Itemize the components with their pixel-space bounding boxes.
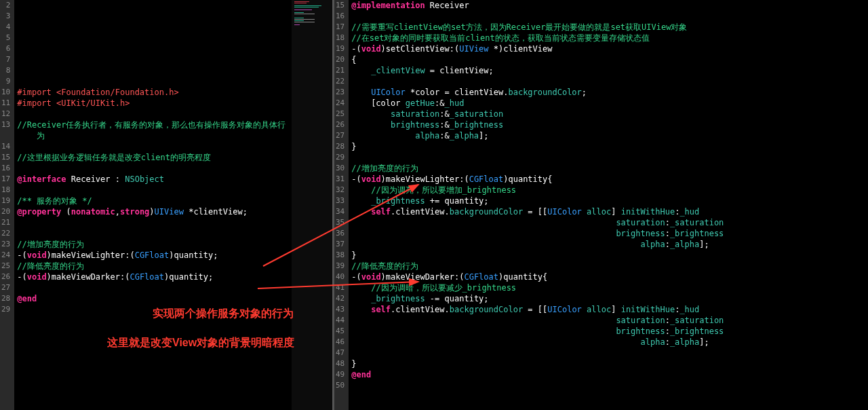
code-line[interactable]: //需要重写clientView的set方法，因为Receiver最开始要做的就… [349, 22, 868, 33]
code-line[interactable]: //因为调亮，所以要增加_brightness [349, 185, 868, 195]
code-line[interactable]: #import <UIKit/UIKit.h> [14, 98, 292, 109]
code-line[interactable] [14, 0, 292, 11]
line-number: 2 [1, 0, 10, 11]
line-number: 49 [336, 369, 344, 380]
annotation-text-2: 这里就是改变View对象的背景明暗程度 [107, 337, 294, 348]
code-line[interactable] [14, 54, 292, 65]
line-number: 21 [336, 65, 344, 76]
code-line[interactable] [349, 348, 868, 358]
code-line[interactable]: brightness:&_brightness [349, 119, 868, 130]
line-number: 27 [1, 282, 10, 293]
left-code-area[interactable]: #import <Foundation/Foundation.h>#import… [14, 0, 292, 410]
code-line[interactable] [14, 76, 292, 87]
code-line[interactable]: //增加亮度的行为 [14, 239, 292, 250]
line-number: 20 [336, 54, 344, 65]
code-line[interactable]: 为 [14, 130, 292, 141]
line-number: 28 [1, 293, 10, 304]
code-line[interactable] [349, 11, 868, 22]
code-line[interactable]: alpha:&_alpha]; [349, 130, 868, 141]
code-line[interactable] [14, 33, 292, 43]
code-line[interactable]: @implementation Receiver [349, 0, 868, 11]
code-line[interactable] [14, 43, 292, 54]
code-line[interactable]: -(void)makeViewDarker:(CGFloat)quantity; [14, 272, 292, 282]
code-line[interactable]: @interface Receiver : NSObject [14, 174, 292, 185]
code-line[interactable]: brightness:_brightness [349, 326, 868, 337]
line-number: 10 [1, 87, 10, 98]
code-line[interactable]: //降低亮度的行为 [349, 261, 868, 272]
line-number: 43 [336, 304, 344, 315]
line-number: 47 [336, 348, 344, 358]
code-line[interactable] [14, 185, 292, 195]
line-number: 39 [336, 261, 344, 272]
line-number: 22 [336, 76, 344, 87]
right-editor-pane: 1516171819202122232425262728293031323334… [334, 0, 868, 410]
code-line[interactable] [14, 228, 292, 239]
code-line[interactable]: brightness:_brightness [349, 228, 868, 239]
code-line[interactable] [14, 22, 292, 33]
line-number: 28 [336, 141, 344, 152]
code-line[interactable]: //Receiver任务执行者，有服务的对象，那么也有操作服务对象的具体行 [14, 119, 292, 130]
line-number: 14 [1, 141, 10, 152]
code-line[interactable]: #import <Foundation/Foundation.h> [14, 87, 292, 98]
code-line[interactable] [349, 152, 868, 163]
left-minimap[interactable] [292, 0, 332, 410]
code-line[interactable]: } [349, 250, 868, 261]
code-line[interactable]: -(void)setClientView:(UIView *)clientVie… [349, 43, 868, 54]
code-line[interactable] [14, 217, 292, 228]
code-line[interactable]: saturation:_saturation [349, 217, 868, 228]
code-line[interactable]: -(void)makeViewDarker:(CGFloat)quantity{ [349, 272, 868, 282]
line-number: 24 [1, 250, 10, 261]
code-line[interactable]: //增加亮度的行为 [349, 163, 868, 174]
code-line[interactable]: @property (nonatomic,strong)UIView *clie… [14, 206, 292, 217]
code-line[interactable]: //降低亮度的行为 [14, 261, 292, 272]
code-line[interactable]: } [349, 358, 868, 369]
code-line[interactable]: _clientView = clientView; [349, 65, 868, 76]
code-line[interactable] [349, 76, 868, 87]
line-number: 19 [336, 43, 344, 54]
code-line[interactable]: //在set对象的同时要获取当前client的状态，获取当前状态需要变量存储状态… [349, 33, 868, 43]
line-number: 11 [1, 98, 10, 109]
right-code-area[interactable]: @implementation Receiver//需要重写clientView… [349, 0, 868, 410]
right-line-gutter: 1516171819202122232425262728293031323334… [334, 0, 349, 410]
code-line[interactable]: @end [349, 369, 868, 380]
code-line[interactable]: _brightness -= quantity; [349, 293, 868, 304]
code-line[interactable]: alpha:_alpha]; [349, 239, 868, 250]
line-number: 29 [336, 152, 344, 163]
code-line[interactable]: -(void)makeViewLighter:(CGFloat)quantity… [14, 250, 292, 261]
line-number: 36 [336, 228, 344, 239]
line-number: 12 [1, 109, 10, 119]
code-line[interactable]: //因为调暗，所以要减少_brightness [349, 282, 868, 293]
code-line[interactable]: [color getHue:&_hud [349, 98, 868, 109]
line-number: 20 [1, 206, 10, 217]
line-number: 25 [336, 109, 344, 119]
code-line[interactable]: } [349, 141, 868, 152]
code-line[interactable] [14, 282, 292, 293]
code-line[interactable]: saturation:&_saturation [349, 109, 868, 119]
code-line[interactable]: self.clientView.backgroundColor = [[UICo… [349, 304, 868, 315]
code-line[interactable] [14, 109, 292, 119]
line-number: 34 [336, 206, 344, 217]
code-line[interactable] [14, 65, 292, 76]
code-line[interactable]: alpha:_alpha]; [349, 337, 868, 348]
line-number: 6 [1, 43, 10, 54]
line-number: 3 [1, 11, 10, 22]
code-line[interactable]: { [349, 54, 868, 65]
code-line[interactable] [349, 380, 868, 391]
line-number: 19 [1, 195, 10, 206]
line-number: 37 [336, 239, 344, 250]
code-line[interactable]: -(void)makeViewLighter:(CGFloat)quantity… [349, 174, 868, 185]
line-number: 9 [1, 76, 10, 87]
line-number: 8 [1, 65, 10, 76]
code-line[interactable] [14, 163, 292, 174]
code-line[interactable] [14, 141, 292, 152]
line-number [1, 130, 10, 141]
code-line[interactable]: /** 服务的对象 */ [14, 195, 292, 206]
line-number: 42 [336, 293, 344, 304]
code-line[interactable] [14, 11, 292, 22]
code-line[interactable]: _brightness += quantity; [349, 195, 868, 206]
code-line[interactable]: saturation:_saturation [349, 315, 868, 326]
code-line[interactable]: self.clientView.backgroundColor = [[UICo… [349, 206, 868, 217]
code-line[interactable]: UIColor *color = clientView.backgroundCo… [349, 87, 868, 98]
code-line[interactable]: @end [14, 293, 292, 304]
code-line[interactable]: //这里根据业务逻辑任务就是改变client的明亮程度 [14, 152, 292, 163]
